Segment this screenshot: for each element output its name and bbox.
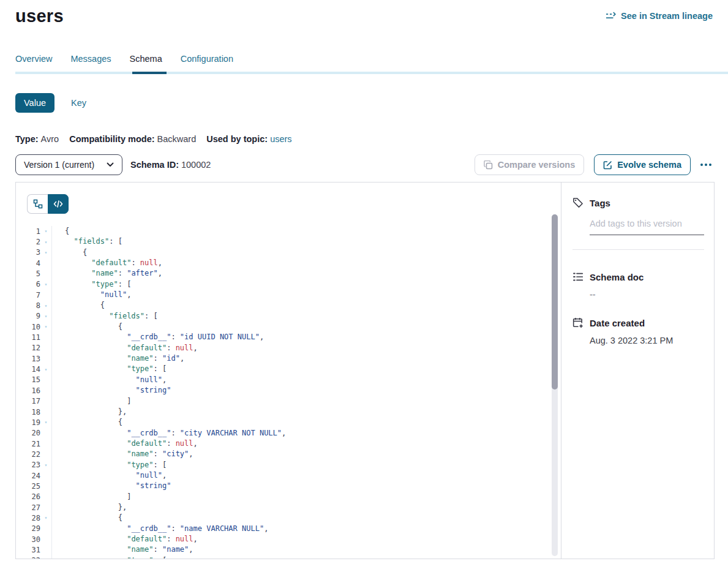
schema-doc-title: Schema doc — [590, 272, 644, 282]
fold-arrow-icon[interactable]: ▾ — [40, 303, 51, 309]
version-select[interactable]: Version 1 (current) — [15, 154, 122, 175]
fold-arrow-icon[interactable]: ▾ — [40, 314, 51, 319]
code-line: 30 "default": null, — [16, 534, 561, 544]
line-number: 5 — [16, 269, 40, 278]
code-line-text: "type": [ — [51, 364, 167, 374]
code-line-text: "__crdb__": "id UUID NOT NULL", — [51, 332, 264, 342]
tree-view-button[interactable] — [27, 194, 48, 214]
fold-arrow-icon[interactable]: ▾ — [40, 324, 51, 329]
code-line-text: "name": "city", — [51, 449, 193, 459]
fold-arrow-icon[interactable]: ▾ — [40, 228, 51, 234]
code-line: 18 }, — [16, 407, 561, 417]
schema-id-label: Schema ID: — [130, 160, 179, 170]
sidebar-divider — [572, 249, 704, 250]
fold-arrow-icon[interactable]: ▾ — [40, 462, 51, 468]
code-line-text: "name": "after", — [51, 268, 162, 279]
code-line-text: "default": null, — [51, 439, 198, 449]
ellipsis-icon — [700, 164, 703, 166]
line-number: 31 — [16, 546, 40, 554]
editor-toolbar — [16, 183, 561, 214]
view-toggle-group — [27, 194, 69, 214]
line-number: 28 — [16, 514, 40, 522]
code-line-text: }, — [51, 407, 127, 417]
calendar-plus-icon — [572, 317, 584, 328]
date-created-section: Date created Aug. 3 2022 3:21 PM — [572, 317, 704, 345]
code-line: 14▾ "type": [ — [16, 364, 561, 374]
code-line-text: { — [51, 417, 122, 427]
line-number: 14 — [16, 365, 40, 374]
add-tags-input[interactable] — [590, 219, 704, 235]
tab-configuration[interactable]: Configuration — [181, 54, 233, 72]
code-line: 3▾ { — [16, 247, 561, 258]
line-number: 11 — [16, 333, 40, 342]
code-line: 7 "null", — [16, 290, 561, 300]
tab-messages[interactable]: Messages — [70, 54, 111, 72]
line-number: 22 — [16, 450, 40, 459]
code-line: 12 "default": null, — [16, 343, 561, 353]
code-line: 24 "null", — [16, 470, 561, 481]
evolve-schema-button[interactable]: Evolve schema — [594, 154, 691, 175]
code-line: 21 "default": null, — [16, 439, 561, 449]
fold-arrow-icon[interactable]: ▾ — [40, 515, 51, 521]
code-line: 31 "name": "name", — [16, 544, 561, 555]
code-line: 19▾ { — [16, 417, 561, 427]
scrollbar-thumb[interactable] — [552, 214, 558, 390]
code-line: 25 "string" — [16, 481, 561, 491]
code-line: 22 "name": "city", — [16, 449, 561, 459]
schema-code-panel: 1▾{2▾ "fields": [3▾ {4 "default": null,5… — [16, 183, 561, 559]
line-number: 10 — [16, 323, 40, 331]
version-selected-value: Version 1 (current) — [24, 160, 94, 170]
code-line-text: "__crdb__": "name VARCHAR NULL", — [51, 524, 268, 534]
code-line: 23▾ "type": [ — [16, 460, 561, 470]
used-by-topic-link[interactable]: users — [270, 134, 291, 144]
code-line: 16 "string" — [16, 385, 561, 396]
tags-section-header: Tags — [572, 197, 704, 208]
line-number: 29 — [16, 524, 40, 533]
evolve-schema-label: Evolve schema — [617, 160, 681, 170]
meta-type: Type:Avro — [15, 134, 59, 144]
meta-compatibility: Compatibility mode:Backward — [69, 134, 196, 144]
code-line-text: "string" — [51, 481, 171, 491]
code-line-text: "null", — [51, 290, 131, 300]
code-line: 29 "__crdb__": "name VARCHAR NULL", — [16, 524, 561, 534]
fold-arrow-icon[interactable]: ▾ — [40, 420, 51, 425]
line-number: 1 — [16, 227, 40, 236]
code-line-text: "name": "name", — [51, 544, 193, 555]
tree-view-icon — [33, 199, 43, 209]
code-line-text: { — [51, 513, 122, 523]
code-line-text: ] — [51, 396, 131, 407]
fold-arrow-icon[interactable]: ▾ — [40, 367, 51, 372]
tab-overview[interactable]: Overview — [15, 54, 52, 72]
code-line: 6▾ "type": [ — [16, 279, 561, 290]
meta-used-by-topic: Used by topic:users — [206, 134, 291, 144]
code-line-text: "fields": [ — [51, 236, 122, 247]
more-options-button[interactable] — [699, 160, 713, 170]
fold-arrow-icon[interactable]: ▾ — [40, 239, 51, 245]
date-created-value: Aug. 3 2022 3:21 PM — [590, 336, 704, 345]
code-line-text: "default": null, — [51, 534, 198, 544]
ellipsis-icon — [709, 164, 711, 166]
line-number: 27 — [16, 503, 40, 512]
compare-versions-button[interactable]: Compare versions — [475, 154, 585, 175]
code-line: 11 "__crdb__": "id UUID NOT NULL", — [16, 332, 561, 342]
tab-schema[interactable]: Schema — [130, 54, 162, 72]
code-line: 5 "name": "after", — [16, 268, 561, 279]
line-number: 12 — [16, 344, 40, 352]
code-line-text: "type": [ — [51, 279, 131, 290]
value-tab-button[interactable]: Value — [15, 93, 54, 113]
code-view-button[interactable] — [48, 194, 69, 214]
fold-arrow-icon[interactable]: ▾ — [40, 558, 51, 559]
editor-scrollbar[interactable] — [552, 214, 558, 556]
key-tab-link[interactable]: Key — [71, 98, 86, 108]
see-in-stream-lineage-link[interactable]: See in Stream lineage — [606, 10, 713, 21]
schema-doc-header: Schema doc — [572, 271, 704, 282]
line-number: 13 — [16, 355, 40, 363]
fold-arrow-icon[interactable]: ▾ — [40, 282, 51, 287]
fold-arrow-icon[interactable]: ▾ — [40, 250, 51, 255]
line-number: 30 — [16, 535, 40, 544]
schema-code-editor[interactable]: 1▾{2▾ "fields": [3▾ {4 "default": null,5… — [16, 226, 561, 559]
code-line-text: }, — [51, 502, 127, 513]
line-number: 23 — [16, 461, 40, 469]
tag-icon — [572, 197, 584, 208]
line-number: 20 — [16, 429, 40, 437]
